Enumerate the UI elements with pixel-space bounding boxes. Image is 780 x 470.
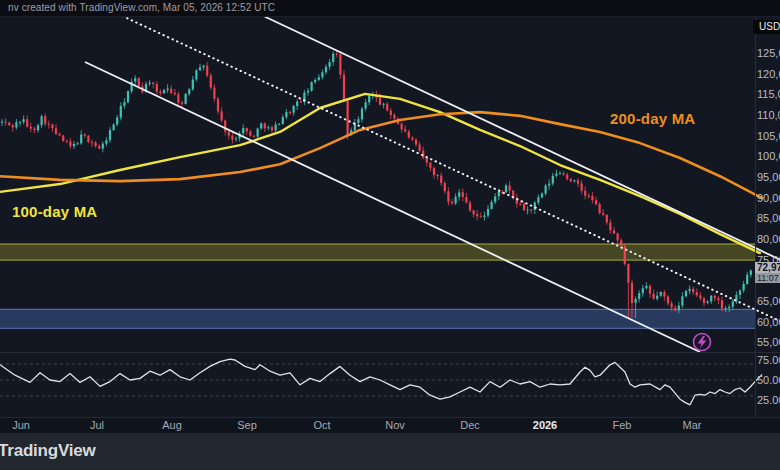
tradingview-logo[interactable]: TradingView — [0, 441, 96, 461]
candle-body — [368, 96, 370, 103]
candle-body — [77, 143, 79, 144]
candle-body — [314, 80, 316, 82]
candle-body — [177, 94, 179, 102]
candle-body — [123, 102, 125, 106]
candle-body — [12, 125, 14, 127]
candle-body — [213, 88, 215, 99]
candle-body — [419, 145, 421, 151]
candle-body — [102, 144, 104, 149]
candle-body — [80, 135, 82, 144]
candle-body — [588, 196, 590, 197]
candle-body — [602, 213, 604, 215]
candle-body — [307, 91, 309, 93]
candle-body — [253, 136, 255, 137]
ma100-label: 100-day MA — [12, 203, 97, 220]
candle-body — [113, 125, 115, 131]
candle-body — [87, 136, 89, 142]
candle-body — [739, 290, 741, 294]
candle-body — [231, 136, 233, 140]
price-tick: 65,00 — [757, 295, 780, 307]
candle-body — [246, 128, 248, 131]
candle-body — [483, 215, 485, 216]
candle-body — [671, 303, 673, 307]
candle-body — [548, 184, 550, 186]
candle-body — [678, 306, 680, 311]
candle-body — [185, 94, 187, 104]
candle-body — [710, 296, 712, 302]
candle-body — [203, 66, 205, 68]
price-axis[interactable]: 125,0120,0115,0110,0105,0100,095,0090,00… — [755, 16, 780, 417]
candle-body — [278, 124, 280, 125]
candle-body — [663, 292, 665, 296]
candle-body — [613, 230, 615, 233]
trendline-channel-lower[interactable] — [85, 62, 700, 352]
time-tick-nov: Nov — [385, 419, 405, 431]
candle-body — [707, 301, 709, 302]
candle-body — [696, 292, 698, 295]
time-tick-jul: Jul — [90, 419, 104, 431]
candle-body — [667, 296, 669, 303]
candle-body — [217, 99, 219, 112]
candle-body — [174, 93, 176, 94]
price-tick: 120,0 — [757, 68, 780, 80]
candle-body — [188, 89, 190, 94]
footer-band — [0, 433, 780, 470]
candle-body — [343, 75, 345, 101]
candle-body — [134, 78, 136, 81]
attribution-text: nv created with TradingView.com, Mar 05,… — [8, 2, 275, 13]
candle-body — [181, 102, 183, 104]
candle-body — [577, 180, 579, 183]
candle-body — [609, 222, 611, 230]
candle-body — [271, 127, 273, 130]
candle-body — [329, 62, 331, 67]
candle-body — [699, 295, 701, 298]
candle-body — [631, 283, 633, 303]
candle-body — [401, 124, 403, 130]
candle-body — [257, 129, 259, 137]
candle-body — [1, 122, 3, 123]
candle-body — [235, 139, 237, 140]
chart-canvas[interactable] — [0, 0, 780, 470]
candle-body — [116, 118, 118, 125]
candle-body — [386, 104, 388, 111]
candle-body — [69, 141, 71, 146]
candle-body — [170, 89, 172, 93]
candle-body — [15, 122, 17, 127]
candle-body — [379, 98, 381, 105]
trendline-downtrend-dotted[interactable] — [118, 14, 780, 322]
price-tick: 125,0 — [757, 47, 780, 59]
candle-body — [642, 288, 644, 293]
candle-body — [498, 192, 500, 196]
time-axis[interactable]: JunJulAugSepOctNovDec2026FebMar — [0, 417, 780, 434]
candle-body — [552, 176, 554, 184]
candle-body — [649, 286, 651, 294]
candle-body — [476, 214, 478, 216]
candle-body — [383, 104, 385, 105]
candle-body — [692, 289, 694, 292]
price-tick: 115,0 — [757, 88, 780, 100]
rsi-tick: 25.00 — [757, 394, 780, 406]
candle-body — [599, 204, 601, 213]
candle-body — [285, 112, 287, 117]
candle-body — [19, 122, 21, 123]
candle-body — [559, 173, 561, 174]
time-tick-2026: 2026 — [533, 419, 557, 431]
candle-body — [465, 197, 467, 203]
candle-body — [127, 91, 129, 102]
candle-body — [138, 78, 140, 86]
quote-currency-badge: USDT — [753, 20, 780, 34]
candle-body — [275, 125, 277, 131]
candle-body — [728, 307, 730, 308]
candle-body — [91, 142, 93, 143]
candle-body — [563, 173, 565, 174]
candle-body — [224, 120, 226, 131]
candle-body — [365, 102, 367, 108]
bar-countdown: 11:07 — [755, 273, 780, 283]
candle-body — [332, 54, 334, 62]
candle-body — [192, 80, 194, 90]
candle-body — [523, 204, 525, 210]
candle-body — [527, 210, 529, 211]
candle-body — [555, 174, 557, 176]
candle-body — [444, 183, 446, 191]
candle-body — [339, 54, 341, 74]
